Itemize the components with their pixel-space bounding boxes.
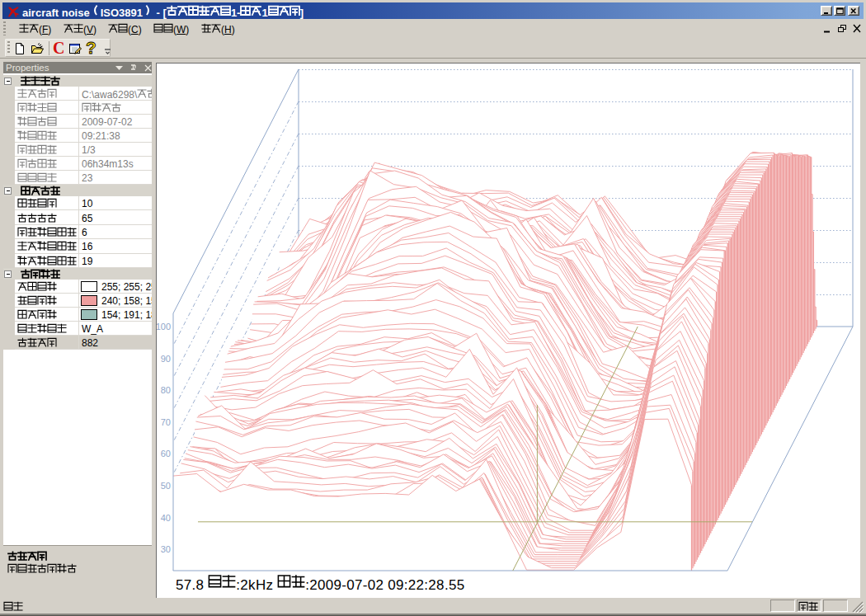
svg-text:50: 50 [161,481,171,491]
svg-text:70: 70 [161,417,171,427]
svg-text:90: 90 [161,354,171,364]
svg-text:100: 100 [157,322,171,332]
svg-text:60: 60 [161,449,171,458]
svg-text:40: 40 [161,513,171,523]
svg-text:30: 30 [161,544,171,554]
svg-text:80: 80 [161,385,171,395]
